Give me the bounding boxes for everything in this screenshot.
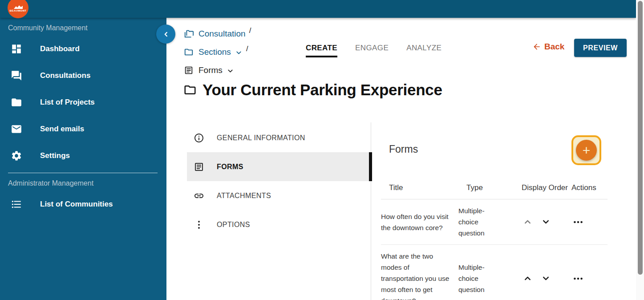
sidebar-item-label: Consultations (40, 71, 90, 80)
subnav-item-options[interactable]: OPTIONS (187, 210, 371, 239)
subnav-active-indicator (369, 152, 372, 181)
breadcrumb-forms[interactable]: Forms (184, 61, 251, 79)
breadcrumb-label[interactable]: Consultation (198, 29, 246, 39)
sidebar-item-list-of-communities[interactable]: List of Communities (0, 191, 166, 218)
tab-engage[interactable]: ENGAGE (355, 44, 389, 57)
subnav-item-label: GENERAL INFORMATION (217, 134, 305, 142)
column-header-title: Title (389, 182, 466, 194)
arrow-left-icon (532, 42, 541, 51)
subnav-item-label: OPTIONS (217, 221, 250, 229)
display-order-controls (510, 217, 563, 227)
sidebar-item-label: List of Projects (40, 98, 95, 107)
sidebar-collapse-button[interactable] (156, 24, 175, 44)
breadcrumb-separator: / (249, 26, 251, 35)
column-header-type: Type (466, 182, 518, 194)
folder-outline-icon (184, 47, 194, 57)
back-button[interactable]: Back (532, 42, 564, 52)
preview-button[interactable]: PREVIEW (574, 39, 627, 57)
column-header-actions: Actions (571, 182, 607, 194)
row-actions-menu-button[interactable] (572, 273, 590, 284)
consultations-icon (11, 70, 22, 81)
move-up-button[interactable] (523, 274, 532, 283)
scrollbar-thumb[interactable] (638, 1, 643, 275)
move-down-button[interactable] (541, 217, 551, 227)
form-title: How often do you visit the downtown core… (381, 211, 458, 233)
sidebar-item-settings[interactable]: Settings (0, 142, 166, 169)
breadcrumb-separator: / (246, 45, 248, 53)
form-icon (184, 65, 194, 75)
sidebar-item-label: List of Communities (40, 200, 113, 209)
sidebar: Community Management Dashboard Consultat… (0, 18, 166, 300)
form-icon (194, 162, 204, 172)
folders-icon (184, 29, 194, 39)
sidebar-section-administrator-management: Administrator Management (0, 173, 166, 191)
sidebar-item-dashboard[interactable]: Dashboard (0, 36, 166, 62)
forms-table: Title Type Display Order Actions How oft… (381, 176, 608, 300)
breadcrumb-sections[interactable]: Sections / (184, 43, 251, 61)
page-title: Your Current Parking Experience (203, 81, 442, 99)
link-icon (194, 191, 204, 201)
folder-outline-icon (183, 83, 197, 97)
breadcrumb-label[interactable]: Sections (198, 47, 231, 57)
plus-icon: + (576, 140, 597, 161)
logo-text: BEAUMONT (10, 9, 27, 12)
sidebar-item-label: Settings (40, 151, 70, 160)
list-icon (11, 199, 22, 210)
row-actions-menu-button[interactable] (572, 216, 590, 228)
move-up-button[interactable] (523, 217, 532, 227)
subnav-item-label: FORMS (217, 163, 243, 171)
chevron-down-icon[interactable] (227, 67, 234, 75)
mail-icon (11, 123, 22, 135)
gear-icon (11, 150, 22, 162)
top-header-bar (0, 0, 636, 18)
section-subnav: GENERAL INFORMATION FORMS ATTACHMENTS OP… (187, 123, 371, 239)
dashboard-icon (11, 43, 22, 55)
folder-icon (11, 97, 22, 108)
tab-analyze[interactable]: ANALYZE (406, 44, 441, 57)
back-label: Back (544, 42, 564, 52)
kebab-icon (194, 219, 204, 230)
info-icon (194, 133, 204, 143)
breadcrumb-label[interactable]: Forms (198, 65, 223, 75)
display-order-controls (510, 274, 563, 283)
sidebar-item-consultations[interactable]: Consultations (0, 62, 166, 89)
subnav-item-general-information[interactable]: GENERAL INFORMATION (187, 123, 371, 152)
forms-table-header: Title Type Display Order Actions (381, 176, 608, 199)
sidebar-item-send-emails[interactable]: Send emails (0, 116, 166, 142)
breadcrumb: Consultation / Sections / Forms (184, 24, 251, 79)
table-row: What are the two modes of transportation… (381, 245, 608, 300)
chevron-left-icon (162, 30, 170, 38)
subnav-item-label: ATTACHMENTS (217, 192, 271, 200)
form-type: Multiple-choice question (458, 262, 510, 295)
forms-panel-heading: Forms (389, 143, 418, 155)
form-type: Multiple-choice question (458, 205, 510, 239)
chevron-down-icon[interactable] (235, 49, 243, 57)
breadcrumb-consultation[interactable]: Consultation / (184, 24, 251, 43)
page-scrollbar[interactable] (636, 0, 644, 300)
table-row: How often do you visit the downtown core… (381, 199, 608, 245)
subnav-divider (371, 122, 371, 300)
move-down-button[interactable] (541, 274, 551, 283)
tab-bar: CREATE ENGAGE ANALYZE (306, 44, 441, 57)
mountain-icon (13, 5, 23, 9)
page-title-row: Your Current Parking Experience (183, 81, 442, 99)
tab-create[interactable]: CREATE (306, 44, 337, 57)
column-header-display-order: Display Order (518, 182, 571, 194)
sidebar-item-list-of-projects[interactable]: List of Projects (0, 89, 166, 116)
form-title: What are the two modes of transportation… (381, 251, 458, 300)
sidebar-item-label: Send emails (40, 125, 84, 134)
sidebar-item-label: Dashboard (40, 45, 80, 53)
subnav-item-attachments[interactable]: ATTACHMENTS (187, 181, 371, 210)
add-form-button[interactable]: + (571, 135, 601, 165)
sidebar-section-community-management: Community Management (0, 18, 166, 36)
subnav-item-forms[interactable]: FORMS (187, 152, 371, 181)
